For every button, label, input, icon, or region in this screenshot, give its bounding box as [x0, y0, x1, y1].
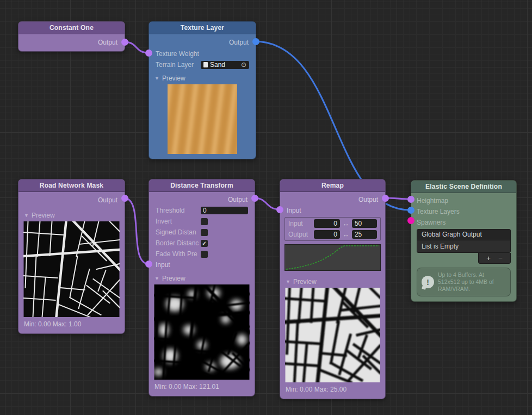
- node-road-network-mask[interactable]: Road Network Mask Output ▼ Preview Min: …: [18, 179, 125, 334]
- range-output-min-field[interactable]: 0: [314, 230, 340, 239]
- minmax-label: Min: 0.00 Max: 25.00: [280, 385, 385, 394]
- minmax-label: Min: 0.00 Max: 121.01: [149, 382, 255, 391]
- threshold-label: Threshold: [156, 207, 201, 214]
- preview-foldout-label[interactable]: Preview: [162, 75, 185, 82]
- wire-road-mask-to-distance-input[interactable]: [124, 198, 149, 264]
- remap-curve-widget[interactable]: [284, 244, 381, 271]
- remove-item-button[interactable]: −: [498, 253, 503, 263]
- list-header: Global Graph Output: [417, 230, 510, 240]
- global-graph-output-list: Global Graph Output List is Empty: [417, 229, 511, 253]
- signed-distance-checkbox[interactable]: [201, 229, 208, 236]
- invert-label: Invert: [156, 218, 201, 225]
- object-picker-icon[interactable]: ⊙: [241, 61, 246, 69]
- output-port-label: Output: [358, 196, 378, 203]
- preview-foldout-label[interactable]: Preview: [293, 278, 317, 286]
- node-title[interactable]: Road Network Mask: [18, 179, 125, 192]
- node-title[interactable]: Elastic Scene Definition: [411, 181, 516, 193]
- range-input-max-field[interactable]: 50: [352, 219, 377, 228]
- output-port-label: Output: [229, 39, 249, 46]
- invert-checkbox[interactable]: [201, 218, 208, 225]
- texture-layers-port-label: Texture Layers: [417, 208, 460, 215]
- node-distance-transform[interactable]: Distance Transform Output Threshold 0 In…: [149, 179, 255, 397]
- list-empty-row: List is Empty: [417, 240, 510, 252]
- output-port[interactable]: [121, 195, 128, 202]
- range-arrow-icon: ↔: [343, 231, 349, 238]
- node-title[interactable]: Texture Layer: [149, 22, 256, 34]
- range-input-label: Input: [288, 220, 311, 227]
- output-port-label: Output: [228, 196, 248, 203]
- output-port-label: Output: [98, 196, 117, 204]
- node-remap[interactable]: Remap Output Input Input 0 ↔ 50 Output 0…: [280, 179, 386, 399]
- preview-foldout-label[interactable]: Preview: [32, 212, 55, 219]
- signed-distance-label: Signed Distan: [156, 228, 201, 236]
- terrain-layer-object-field[interactable]: Sand ⊙: [201, 61, 249, 69]
- distance-field-preview: [154, 284, 250, 380]
- spawners-port-label: Spawners: [417, 219, 446, 226]
- heightmap-port[interactable]: [407, 196, 415, 203]
- texture-weight-label: Texture Weight: [156, 50, 201, 58]
- terrain-layer-label: Terrain Layer: [156, 61, 201, 69]
- border-distance-checkbox[interactable]: ✓: [201, 240, 208, 247]
- sand-texture-preview: [168, 84, 237, 154]
- node-title[interactable]: Distance Transform: [149, 179, 255, 192]
- spawners-port[interactable]: [407, 217, 415, 224]
- output-port[interactable]: [251, 195, 258, 202]
- foldout-icon[interactable]: ▼: [286, 279, 290, 284]
- terrain-asset-name: Sand: [210, 61, 225, 69]
- range-output-max-field[interactable]: 25: [352, 230, 377, 239]
- buffer-info-text: Up to 4 Buffers. At 512x512 up to 4MB of…: [438, 271, 506, 293]
- foldout-icon[interactable]: ▼: [24, 213, 29, 218]
- node-title[interactable]: Remap: [280, 179, 385, 192]
- fade-with-checkbox[interactable]: [201, 251, 208, 258]
- remap-range-box: Input 0 ↔ 50 Output 0 ↔ 25: [284, 217, 381, 241]
- output-port[interactable]: [382, 195, 389, 202]
- heightmap-port-label: Heightmap: [417, 197, 448, 205]
- threshold-input[interactable]: 0: [201, 207, 248, 214]
- node-elastic-scene-definition[interactable]: Elastic Scene Definition Heightmap Textu…: [411, 180, 517, 302]
- remap-preview: [285, 288, 380, 382]
- output-port[interactable]: [252, 38, 259, 45]
- foldout-icon[interactable]: ▼: [154, 76, 159, 81]
- add-item-button[interactable]: +: [486, 253, 491, 263]
- fade-with-label: Fade With Pre: [156, 250, 201, 258]
- input-port[interactable]: [145, 261, 152, 268]
- output-port-label: Output: [98, 39, 117, 46]
- node-title[interactable]: Constant One: [18, 22, 125, 34]
- road-mask-preview: [23, 221, 120, 317]
- minmax-label: Min: 0.00 Max: 1.00: [18, 320, 125, 329]
- graph-canvas[interactable]: Constant One Output Texture Layer Output…: [0, 0, 532, 415]
- border-distance-label: Border Distanc: [156, 239, 201, 247]
- foldout-icon[interactable]: ▼: [154, 276, 159, 281]
- node-texture-layer[interactable]: Texture Layer Output Texture Weight Terr…: [149, 21, 256, 159]
- texture-asset-icon: [203, 62, 208, 67]
- buffer-info-box: ! Up to 4 Buffers. At 512x512 up to 4MB …: [417, 268, 511, 296]
- input-port-label: Input: [156, 261, 170, 269]
- input-port-label: Input: [287, 207, 301, 214]
- texture-layers-port[interactable]: [407, 207, 415, 214]
- list-button-tray: + −: [478, 253, 511, 264]
- node-constant-one[interactable]: Constant One Output: [18, 21, 125, 52]
- output-port[interactable]: [121, 39, 128, 46]
- range-arrow-icon: ↔: [343, 220, 349, 227]
- input-port[interactable]: [276, 206, 283, 213]
- preview-foldout-label[interactable]: Preview: [162, 275, 185, 282]
- range-input-min-field[interactable]: 0: [314, 219, 340, 228]
- texture-weight-port[interactable]: [145, 49, 152, 57]
- warning-bubble-icon: !: [422, 276, 434, 288]
- range-output-label: Output: [288, 231, 311, 238]
